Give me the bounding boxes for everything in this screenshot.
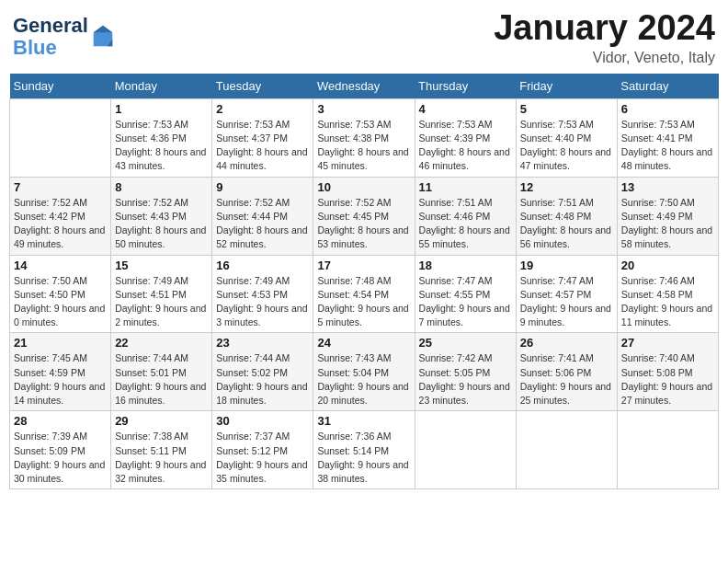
day-number: 31 — [317, 414, 410, 428]
month-title: January 2024 — [494, 9, 715, 48]
day-number: 29 — [115, 414, 208, 428]
day-number: 27 — [621, 336, 714, 350]
day-cell-12: 12Sunrise: 7:51 AMSunset: 4:48 PMDayligh… — [516, 177, 617, 255]
day-number: 5 — [520, 102, 613, 116]
day-cell-16: 16Sunrise: 7:49 AMSunset: 4:53 PMDayligh… — [212, 255, 313, 333]
week-row-5: 28Sunrise: 7:39 AMSunset: 5:09 PMDayligh… — [10, 411, 719, 489]
day-info: Sunrise: 7:48 AMSunset: 4:54 PMDaylight:… — [317, 274, 410, 330]
day-number: 23 — [216, 336, 309, 350]
day-number: 15 — [115, 259, 208, 272]
day-number: 11 — [419, 180, 512, 194]
day-number: 2 — [216, 102, 309, 116]
day-cell-31: 31Sunrise: 7:36 AMSunset: 5:14 PMDayligh… — [313, 411, 415, 489]
page-header: GeneralBlue January 2024 Vidor, Veneto, … — [9, 9, 719, 66]
day-cell-17: 17Sunrise: 7:48 AMSunset: 4:54 PMDayligh… — [313, 255, 415, 333]
weekday-header-row: SundayMondayTuesdayWednesdayThursdayFrid… — [10, 74, 719, 99]
day-number: 30 — [216, 414, 309, 428]
day-cell-28: 28Sunrise: 7:39 AMSunset: 5:09 PMDayligh… — [10, 411, 111, 489]
weekday-header-sunday: Sunday — [10, 74, 111, 99]
empty-cell — [617, 411, 718, 489]
day-info: Sunrise: 7:51 AMSunset: 4:46 PMDaylight:… — [419, 196, 512, 252]
week-row-3: 14Sunrise: 7:50 AMSunset: 4:50 PMDayligh… — [10, 255, 719, 333]
day-number: 18 — [419, 259, 512, 272]
day-cell-10: 10Sunrise: 7:52 AMSunset: 4:45 PMDayligh… — [313, 177, 415, 255]
weekday-header-saturday: Saturday — [617, 74, 718, 99]
day-info: Sunrise: 7:37 AMSunset: 5:12 PMDaylight:… — [216, 430, 309, 486]
location: Vidor, Veneto, Italy — [494, 50, 715, 66]
day-cell-14: 14Sunrise: 7:50 AMSunset: 4:50 PMDayligh… — [10, 255, 111, 333]
day-info: Sunrise: 7:42 AMSunset: 5:05 PMDaylight:… — [419, 351, 512, 408]
day-number: 28 — [14, 414, 107, 428]
day-number: 26 — [520, 336, 613, 350]
day-cell-9: 9Sunrise: 7:52 AMSunset: 4:44 PMDaylight… — [212, 177, 313, 255]
day-cell-18: 18Sunrise: 7:47 AMSunset: 4:55 PMDayligh… — [415, 255, 516, 333]
day-info: Sunrise: 7:41 AMSunset: 5:06 PMDaylight:… — [520, 351, 613, 408]
day-cell-26: 26Sunrise: 7:41 AMSunset: 5:06 PMDayligh… — [516, 333, 617, 411]
logo: GeneralBlue — [13, 15, 116, 59]
day-info: Sunrise: 7:52 AMSunset: 4:42 PMDaylight:… — [14, 196, 107, 252]
svg-marker-1 — [94, 26, 113, 32]
day-info: Sunrise: 7:52 AMSunset: 4:45 PMDaylight:… — [317, 196, 410, 252]
calendar-table: SundayMondayTuesdayWednesdayThursdayFrid… — [9, 74, 719, 489]
weekday-header-monday: Monday — [111, 74, 212, 99]
day-info: Sunrise: 7:50 AMSunset: 4:49 PMDaylight:… — [621, 196, 714, 252]
logo-icon — [90, 24, 116, 50]
day-info: Sunrise: 7:40 AMSunset: 5:08 PMDaylight:… — [621, 351, 714, 408]
day-cell-21: 21Sunrise: 7:45 AMSunset: 4:59 PMDayligh… — [10, 333, 111, 411]
day-cell-27: 27Sunrise: 7:40 AMSunset: 5:08 PMDayligh… — [617, 333, 718, 411]
day-info: Sunrise: 7:50 AMSunset: 4:50 PMDaylight:… — [14, 274, 107, 330]
weekday-header-wednesday: Wednesday — [313, 74, 415, 99]
day-number: 3 — [317, 102, 410, 116]
day-info: Sunrise: 7:49 AMSunset: 4:53 PMDaylight:… — [216, 274, 309, 330]
empty-cell — [10, 98, 111, 177]
day-cell-3: 3Sunrise: 7:53 AMSunset: 4:38 PMDaylight… — [313, 98, 415, 177]
day-number: 14 — [14, 259, 107, 272]
day-number: 20 — [621, 259, 714, 272]
day-info: Sunrise: 7:47 AMSunset: 4:55 PMDaylight:… — [419, 274, 512, 330]
day-number: 24 — [317, 336, 410, 350]
day-cell-11: 11Sunrise: 7:51 AMSunset: 4:46 PMDayligh… — [415, 177, 516, 255]
title-block: January 2024 Vidor, Veneto, Italy — [494, 9, 715, 66]
weekday-header-tuesday: Tuesday — [212, 74, 313, 99]
day-number: 13 — [621, 180, 714, 194]
day-cell-8: 8Sunrise: 7:52 AMSunset: 4:43 PMDaylight… — [111, 177, 212, 255]
day-cell-5: 5Sunrise: 7:53 AMSunset: 4:40 PMDaylight… — [516, 98, 617, 177]
day-cell-4: 4Sunrise: 7:53 AMSunset: 4:39 PMDaylight… — [415, 98, 516, 177]
day-cell-13: 13Sunrise: 7:50 AMSunset: 4:49 PMDayligh… — [617, 177, 718, 255]
day-info: Sunrise: 7:38 AMSunset: 5:11 PMDaylight:… — [115, 430, 208, 486]
day-info: Sunrise: 7:47 AMSunset: 4:57 PMDaylight:… — [520, 274, 613, 330]
empty-cell — [415, 411, 516, 489]
day-number: 17 — [317, 259, 410, 272]
day-number: 10 — [317, 180, 410, 194]
day-info: Sunrise: 7:53 AMSunset: 4:37 PMDaylight:… — [216, 118, 309, 174]
day-info: Sunrise: 7:53 AMSunset: 4:40 PMDaylight:… — [520, 118, 613, 174]
logo-text: GeneralBlue — [13, 15, 88, 59]
day-info: Sunrise: 7:45 AMSunset: 4:59 PMDaylight:… — [14, 351, 107, 408]
day-info: Sunrise: 7:43 AMSunset: 5:04 PMDaylight:… — [317, 351, 410, 408]
day-info: Sunrise: 7:52 AMSunset: 4:44 PMDaylight:… — [216, 196, 309, 252]
day-number: 25 — [419, 336, 512, 350]
day-info: Sunrise: 7:36 AMSunset: 5:14 PMDaylight:… — [317, 430, 410, 486]
week-row-4: 21Sunrise: 7:45 AMSunset: 4:59 PMDayligh… — [10, 333, 719, 411]
week-row-1: 1Sunrise: 7:53 AMSunset: 4:36 PMDaylight… — [10, 98, 719, 177]
day-number: 1 — [115, 102, 208, 116]
day-cell-6: 6Sunrise: 7:53 AMSunset: 4:41 PMDaylight… — [617, 98, 718, 177]
day-info: Sunrise: 7:53 AMSunset: 4:39 PMDaylight:… — [419, 118, 512, 174]
empty-cell — [516, 411, 617, 489]
day-cell-20: 20Sunrise: 7:46 AMSunset: 4:58 PMDayligh… — [617, 255, 718, 333]
day-number: 19 — [520, 259, 613, 272]
day-cell-2: 2Sunrise: 7:53 AMSunset: 4:37 PMDaylight… — [212, 98, 313, 177]
day-cell-1: 1Sunrise: 7:53 AMSunset: 4:36 PMDaylight… — [111, 98, 212, 177]
day-number: 9 — [216, 180, 309, 194]
day-info: Sunrise: 7:44 AMSunset: 5:02 PMDaylight:… — [216, 351, 309, 408]
day-info: Sunrise: 7:51 AMSunset: 4:48 PMDaylight:… — [520, 196, 613, 252]
day-number: 22 — [115, 336, 208, 350]
weekday-header-thursday: Thursday — [415, 74, 516, 99]
day-cell-30: 30Sunrise: 7:37 AMSunset: 5:12 PMDayligh… — [212, 411, 313, 489]
day-cell-15: 15Sunrise: 7:49 AMSunset: 4:51 PMDayligh… — [111, 255, 212, 333]
day-cell-19: 19Sunrise: 7:47 AMSunset: 4:57 PMDayligh… — [516, 255, 617, 333]
day-number: 7 — [14, 180, 107, 194]
day-cell-7: 7Sunrise: 7:52 AMSunset: 4:42 PMDaylight… — [10, 177, 111, 255]
weekday-header-friday: Friday — [516, 74, 617, 99]
day-number: 4 — [419, 102, 512, 116]
